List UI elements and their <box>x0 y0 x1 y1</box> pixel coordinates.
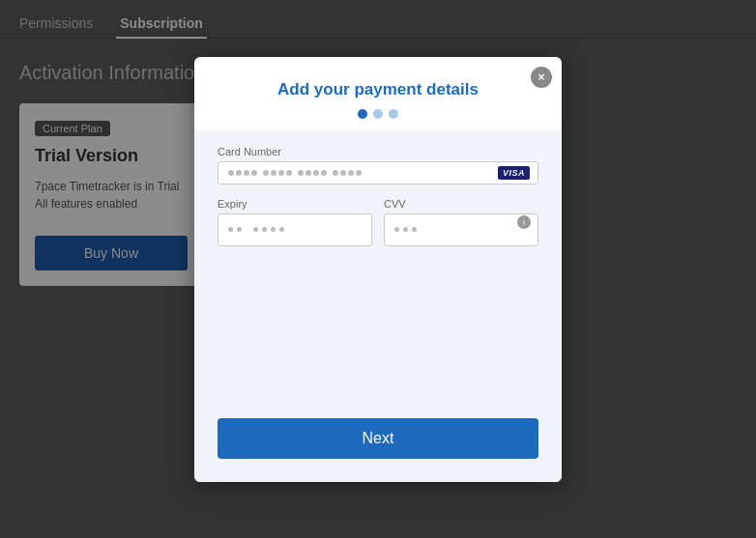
step-dots <box>218 109 538 119</box>
modal-body: Card Number <box>194 130 562 399</box>
modal-footer: Next <box>194 399 562 482</box>
card-number-group: Card Number <box>218 146 538 184</box>
close-button[interactable]: × <box>531 67 552 88</box>
visa-badge: VISA <box>498 166 530 180</box>
expiry-field[interactable] <box>218 213 372 246</box>
modal-overlay: × Add your payment details Card Number <box>0 0 756 538</box>
modal-header: Add your payment details <box>194 57 562 130</box>
card-number-label: Card Number <box>218 146 538 157</box>
payment-modal: × Add your payment details Card Number <box>194 57 562 482</box>
card-number-dots <box>228 170 489 176</box>
cvv-label: CVV <box>384 198 538 210</box>
step-dot-2 <box>373 109 383 119</box>
page-background: Permissions Subscription Activation Info… <box>0 0 756 538</box>
card-number-field[interactable]: VISA <box>218 161 538 184</box>
step-dot-3 <box>389 109 398 119</box>
cvv-group: CVV i <box>384 198 538 246</box>
cvv-info-icon[interactable]: i <box>517 215 531 229</box>
expiry-label: Expiry <box>218 198 372 210</box>
expiry-group: Expiry <box>218 198 372 246</box>
modal-title: Add your payment details <box>218 80 538 99</box>
step-dot-1 <box>358 109 367 119</box>
expiry-cvv-row: Expiry CVV <box>218 198 538 246</box>
cvv-field[interactable] <box>384 213 538 246</box>
next-button[interactable]: Next <box>218 418 538 459</box>
